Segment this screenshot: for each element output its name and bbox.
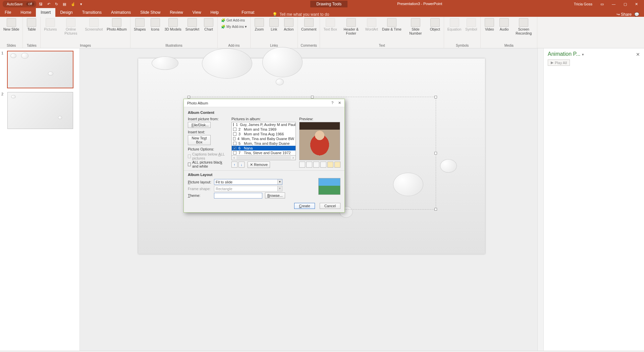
- pictures-button[interactable]: Pictures: [43, 17, 58, 36]
- slide-thumbnail-panel[interactable]: 1 2: [0, 48, 80, 351]
- move-up-button[interactable]: ↑: [231, 162, 237, 168]
- browse-button[interactable]: Browse...: [265, 192, 285, 199]
- text-box-button[interactable]: Text Box: [322, 17, 338, 36]
- create-button[interactable]: Create: [294, 203, 315, 209]
- list-scroll-track[interactable]: [236, 156, 291, 160]
- picture-list-item[interactable]: 1Guy, James P, Audrey M and Paul M Coll: [232, 122, 296, 127]
- list-item-checkbox[interactable]: [233, 128, 236, 131]
- list-item-checkbox[interactable]: [233, 151, 236, 155]
- cancel-button[interactable]: Cancel: [320, 203, 340, 209]
- smartart-button[interactable]: SmartArt: [184, 17, 201, 32]
- minimize-icon[interactable]: —: [608, 1, 619, 7]
- picture-layout-combo[interactable]: Fit to slide▾: [214, 179, 282, 185]
- tab-help[interactable]: Help: [206, 8, 224, 17]
- from-beginning-icon[interactable]: ▤: [61, 1, 68, 7]
- touch-mode-icon[interactable]: ☝: [69, 1, 77, 7]
- rotate-left-icon[interactable]: [299, 162, 305, 168]
- my-addins-button[interactable]: 🧩 My Add-ins ▾: [220, 24, 248, 30]
- brightness-up-icon[interactable]: [327, 162, 333, 168]
- brightness-down-icon[interactable]: [334, 162, 340, 168]
- chart-button[interactable]: Chart: [202, 17, 215, 32]
- tab-insert[interactable]: Insert: [36, 8, 55, 17]
- list-scroll-right-icon[interactable]: ›: [291, 156, 296, 160]
- tab-animations[interactable]: Animations: [106, 8, 136, 17]
- pictures-list[interactable]: 1Guy, James P, Audrey M and Paul M Coll2…: [231, 122, 296, 156]
- video-button[interactable]: Video: [483, 17, 496, 36]
- slide-thumbnail-2[interactable]: [7, 92, 73, 129]
- icons-button[interactable]: Icons: [149, 17, 162, 32]
- comments-icon[interactable]: 💬: [634, 12, 639, 17]
- list-item-checkbox[interactable]: [233, 132, 236, 136]
- wordart-button[interactable]: WordArt: [364, 17, 379, 36]
- album-content-label: Album Content: [188, 111, 340, 115]
- screen-recording-button[interactable]: Screen Recording: [512, 17, 535, 36]
- redo-icon[interactable]: ↻: [53, 1, 60, 7]
- rotate-right-icon[interactable]: [306, 162, 312, 168]
- animation-pane-close-icon[interactable]: ✕: [636, 52, 640, 57]
- slide-thumbnail-1[interactable]: [7, 51, 73, 88]
- new-slide-button[interactable]: New Slide: [2, 17, 20, 32]
- tab-review[interactable]: Review: [165, 8, 187, 17]
- file-disk-button[interactable]: File/Disk...: [188, 122, 211, 128]
- tab-design[interactable]: Design: [55, 8, 77, 17]
- zoom-button[interactable]: Zoom: [253, 17, 266, 32]
- contrast-down-icon[interactable]: [320, 162, 326, 168]
- picture-list-item[interactable]: 7Tina, Steve and Duane 1972: [232, 150, 296, 155]
- slide-number-button[interactable]: Slide Number: [404, 17, 427, 36]
- share-button[interactable]: ↪ Share: [616, 12, 632, 17]
- tell-me-search[interactable]: 💡 Tell me what you want to do: [272, 12, 329, 17]
- list-scroll-left-icon[interactable]: ‹: [232, 156, 236, 160]
- list-item-checkbox[interactable]: [233, 123, 234, 126]
- picture-list-item[interactable]: 5Mom, Tina and Baby Duane: [232, 141, 296, 146]
- maximize-icon[interactable]: ▢: [620, 1, 630, 8]
- picture-list-item[interactable]: 2Mom and Tina 1969: [232, 127, 296, 132]
- tab-slideshow[interactable]: Slide Show: [136, 8, 165, 17]
- link-button[interactable]: Link: [267, 17, 281, 32]
- tab-file[interactable]: File: [0, 8, 16, 17]
- qat-customize-icon[interactable]: ▾: [78, 1, 84, 7]
- autosave-toggle[interactable]: AutoSave Off: [3, 1, 36, 7]
- photo-album-button[interactable]: Photo Album: [105, 17, 128, 36]
- list-item-number: 5: [238, 141, 242, 145]
- symbol-button[interactable]: Symbol: [464, 17, 478, 32]
- dialog-close-icon[interactable]: ✕: [338, 101, 341, 105]
- date-time-button[interactable]: Date & Time: [381, 17, 403, 36]
- tab-view[interactable]: View: [188, 8, 206, 17]
- picture-list-item[interactable]: ✓6Nana: [232, 146, 296, 150]
- list-item-checkbox[interactable]: [233, 142, 236, 145]
- tab-format[interactable]: Format: [237, 8, 259, 17]
- close-icon[interactable]: ✕: [632, 1, 641, 8]
- online-pictures-button[interactable]: Online Pictures: [59, 17, 82, 36]
- comment-button[interactable]: Comment: [300, 17, 318, 32]
- picture-list-item[interactable]: 3Mom and Tina Aug 1966: [232, 132, 296, 136]
- bw-checkbox[interactable]: [188, 163, 191, 166]
- picture-list-item[interactable]: 4Mom, Tina and Baby Duane BW: [232, 136, 296, 141]
- dialog-help-icon[interactable]: ?: [331, 101, 333, 105]
- contrast-up-icon[interactable]: [313, 162, 319, 168]
- tab-home[interactable]: Home: [16, 8, 36, 17]
- new-text-box-button[interactable]: New Text Box: [188, 135, 211, 145]
- remove-button[interactable]: ✕ Remove: [248, 162, 270, 168]
- screenshot-button[interactable]: Screenshot: [84, 17, 104, 36]
- theme-input[interactable]: [214, 193, 262, 199]
- equation-button[interactable]: Equation: [446, 17, 463, 32]
- tab-transitions[interactable]: Transitions: [77, 8, 106, 17]
- get-addins-button[interactable]: 🧩 Get Add-ins: [220, 17, 248, 23]
- save-icon[interactable]: 🖫: [37, 1, 45, 7]
- ribbon-display-icon[interactable]: ▭: [597, 1, 607, 8]
- table-button[interactable]: Table: [25, 17, 38, 32]
- object-button[interactable]: Object: [428, 17, 442, 36]
- move-down-button[interactable]: ↓: [238, 162, 245, 168]
- 3d-models-button[interactable]: 3D Models: [163, 17, 183, 32]
- play-all-button[interactable]: ▶ Play All: [548, 59, 570, 66]
- preview-image: [299, 122, 340, 160]
- user-name[interactable]: Tricia Goss: [571, 1, 596, 7]
- header-footer-button[interactable]: Header & Footer: [340, 17, 363, 36]
- list-item-checkbox[interactable]: ✓: [233, 146, 236, 150]
- shapes-button[interactable]: Shapes: [132, 17, 147, 32]
- audio-button[interactable]: Audio: [497, 17, 511, 36]
- action-button[interactable]: Action: [282, 17, 296, 32]
- undo-icon[interactable]: ↶: [45, 1, 52, 7]
- editor-vertical-scrollbar[interactable]: [537, 48, 543, 351]
- list-item-checkbox[interactable]: [233, 137, 235, 140]
